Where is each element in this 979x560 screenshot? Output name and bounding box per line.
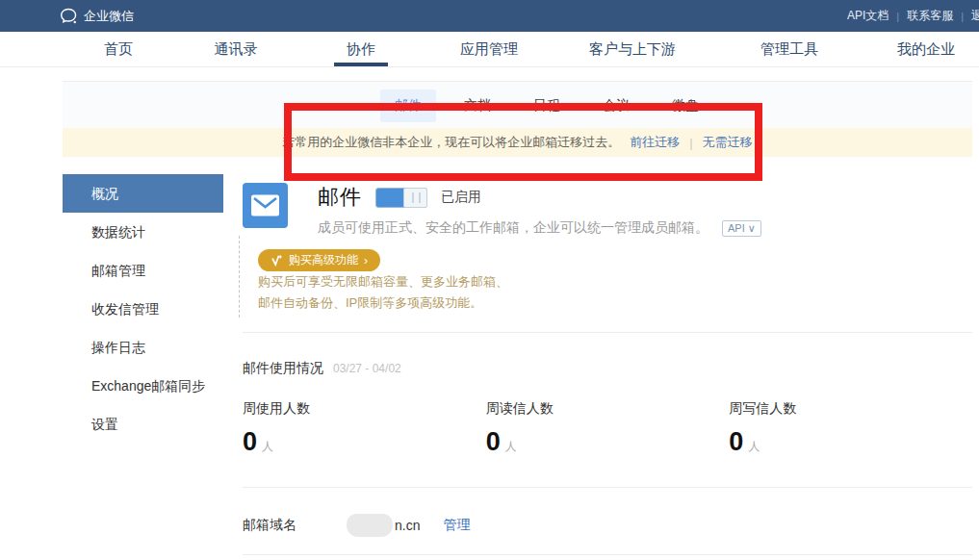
mail-enabled-toggle[interactable]	[375, 188, 427, 208]
sidebar-item-exchange-sync[interactable]: Exchange邮箱同步	[63, 367, 223, 405]
primary-nav: 首页 通讯录 协作 应用管理 客户与上下游 管理工具 我的企业	[0, 32, 979, 67]
mail-domain-row: 邮箱域名 n.cn 管理	[243, 514, 972, 537]
stat-value: 0 人	[729, 427, 972, 457]
stat-unit: 人	[505, 439, 517, 455]
tab-docs[interactable]: 文档	[450, 89, 505, 122]
sidebar: 概况 数据统计 邮箱管理 收发信管理 操作日志 Exchange邮箱同步 设置	[63, 157, 223, 560]
subnav-band: 邮件 文档 日程 会议 微盘	[63, 81, 972, 128]
usage-section-header: 邮件使用情况 03/27 - 04/02	[243, 360, 972, 377]
topbar-links: API文档 | 联系客服 | 退出	[847, 0, 979, 32]
divider	[243, 332, 972, 333]
sidebar-item-operation-log[interactable]: 操作日志	[63, 328, 223, 367]
stat-number: 0	[729, 427, 743, 457]
buy-premium-note: 购买后可享受无限邮箱容量、更多业务邮箱、 邮件自动备份、IP限制等多项高级功能。	[258, 271, 972, 314]
topbar: 企业微信 API文档 | 联系客服 | 退出	[0, 0, 979, 32]
app-description: 成员可使用正式、安全的工作邮箱，企业可以统一管理成员邮箱。	[318, 219, 708, 237]
stat-label: 周读信人数	[486, 400, 730, 418]
nav-item-admin-tools[interactable]: 管理工具	[760, 32, 818, 66]
logout-link[interactable]: 退出	[971, 8, 979, 24]
usage-title: 邮件使用情况	[243, 360, 323, 377]
go-migrate-link[interactable]: 前往迁移	[630, 134, 680, 151]
domain-suffix: n.cn	[395, 518, 420, 533]
api-docs-link[interactable]: API文档	[847, 8, 889, 24]
tab-drive[interactable]: 微盘	[657, 89, 713, 122]
divider	[243, 554, 972, 555]
stat-unit: 人	[262, 439, 273, 455]
sidebar-item-statistics[interactable]: 数据统计	[63, 213, 223, 251]
buy-note-line-2: 邮件自动备份、IP限制等多项高级功能。	[258, 293, 972, 314]
separator: |	[896, 11, 899, 22]
stat-unit: 人	[748, 439, 760, 455]
stat-weekly-readers: 周读信人数 0 人	[486, 400, 730, 457]
chevron-down-icon: ∨	[748, 222, 756, 235]
stat-label: 周写信人数	[729, 400, 972, 418]
api-dropdown[interactable]: API ∨	[722, 220, 761, 237]
envelope-icon	[250, 193, 280, 217]
stat-value: 0 人	[243, 427, 486, 457]
contact-support-link[interactable]: 联系客服	[907, 8, 953, 24]
sidebar-item-mailbox-management[interactable]: 邮箱管理	[63, 251, 223, 290]
mail-app-icon	[243, 183, 288, 228]
buy-note-line-1: 购买后可享受无限邮箱容量、更多业务邮箱、	[258, 271, 972, 293]
dashed-line-artifact	[239, 236, 240, 318]
main-content: 邮件 已启用 成员可使用正式、安全的工作邮箱，企业可以统一管理成员邮箱。 API…	[243, 157, 972, 560]
nav-item-collaboration[interactable]: 协作	[347, 32, 375, 66]
title-row: 邮件 已启用	[318, 183, 761, 212]
stat-number: 0	[486, 427, 501, 457]
redacted-domain-blur	[347, 514, 393, 537]
buy-premium-label: 购买高级功能	[289, 252, 358, 268]
divider	[243, 487, 972, 488]
mail-app-hero: 邮件 已启用 成员可使用正式、安全的工作邮箱，企业可以统一管理成员邮箱。 API…	[243, 183, 972, 237]
arrow-right-icon: ›	[364, 254, 368, 267]
subnav-tabs: 邮件 文档 日程 会议 微盘	[380, 82, 713, 129]
sparkle-check-icon	[271, 254, 283, 267]
brand-logo[interactable]: 企业微信	[60, 0, 134, 32]
stat-value: 0 人	[486, 427, 730, 457]
brand-name: 企业微信	[84, 8, 134, 25]
stat-number: 0	[243, 427, 257, 457]
tab-mail[interactable]: 邮件	[380, 89, 436, 122]
buy-premium-button[interactable]: 购买高级功能 ›	[258, 249, 380, 271]
sidebar-item-send-receive[interactable]: 收发信管理	[63, 290, 223, 328]
sidebar-list: 概况 数据统计 邮箱管理 收发信管理 操作日志 Exchange邮箱同步 设置	[63, 174, 223, 444]
sidebar-item-settings[interactable]: 设置	[63, 405, 223, 444]
nav-item-my-company[interactable]: 我的企业	[897, 32, 955, 66]
notice-text: 若常用的企业微信非本企业，现在可以将企业邮箱迁移过去。	[282, 134, 620, 151]
api-label: API	[728, 222, 745, 234]
toggle-knob	[403, 188, 427, 208]
stat-weekly-writers: 周写信人数 0 人	[729, 400, 972, 457]
nav-item-home[interactable]: 首页	[104, 32, 133, 66]
wecom-admin-screen: 企业微信 API文档 | 联系客服 | 退出 首页 通讯录 协作 应用管理 客户…	[0, 0, 979, 560]
stat-label: 周使用人数	[243, 400, 486, 418]
chat-bubble-icon	[60, 8, 78, 24]
page-title: 邮件	[318, 183, 362, 212]
nav-item-contacts[interactable]: 通讯录	[215, 32, 258, 66]
usage-stats-row: 周使用人数 0 人 周读信人数 0 人 周写信人数 0 人	[243, 400, 972, 457]
nav-item-apps[interactable]: 应用管理	[460, 32, 518, 66]
tab-calendar[interactable]: 日程	[519, 89, 575, 122]
nav-item-customers[interactable]: 客户与上下游	[589, 32, 676, 66]
sidebar-item-overview[interactable]: 概况	[63, 174, 223, 213]
no-migrate-link[interactable]: 无需迁移	[703, 134, 753, 151]
migration-notice-bar: 若常用的企业微信非本企业，现在可以将企业邮箱迁移过去。 前往迁移 | 无需迁移	[63, 128, 972, 157]
usage-date-range: 03/27 - 04/02	[333, 362, 401, 375]
hero-text-block: 邮件 已启用 成员可使用正式、安全的工作邮箱，企业可以统一管理成员邮箱。 API…	[318, 183, 761, 237]
domain-label: 邮箱域名	[243, 517, 296, 534]
stat-weekly-users: 周使用人数 0 人	[243, 400, 486, 457]
tab-meeting[interactable]: 会议	[588, 89, 644, 122]
status-label: 已启用	[441, 189, 481, 206]
separator: |	[961, 11, 964, 22]
separator: |	[689, 136, 692, 150]
manage-domain-link[interactable]: 管理	[443, 517, 470, 534]
description-row: 成员可使用正式、安全的工作邮箱，企业可以统一管理成员邮箱。 API ∨	[318, 219, 761, 237]
